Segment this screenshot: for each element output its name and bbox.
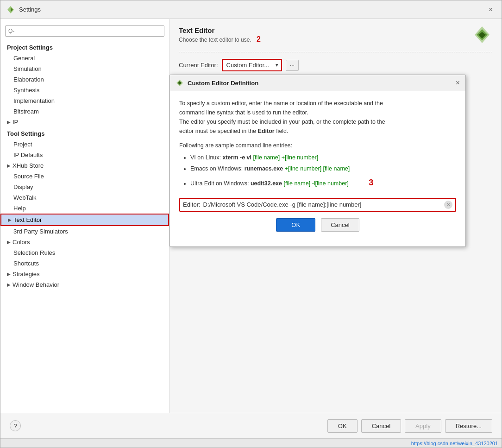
sidebar-item-source-file[interactable]: Source File — [0, 171, 169, 182]
search-input[interactable] — [8, 28, 161, 34]
project-settings-header: Project Settings — [0, 41, 169, 53]
sidebar-item-elaboration[interactable]: Elaboration — [0, 74, 169, 85]
app-icon — [6, 5, 15, 14]
dialog-title-left: Custom Editor Definition — [176, 79, 258, 87]
badge-3: 3 — [369, 178, 373, 187]
titlebar-left: Settings — [6, 5, 41, 14]
titlebar: Settings × — [0, 0, 502, 19]
dialog-footer: OK Cancel — [179, 218, 456, 239]
dialog-overlay: Custom Editor Definition × To specify a … — [169, 19, 502, 385]
editor-field-row: Editor: ✕ — [179, 198, 456, 212]
sidebar-item-implementation[interactable]: Implementation — [0, 95, 169, 106]
custom-editor-dialog: Custom Editor Definition × To specify a … — [169, 75, 466, 247]
tool-settings-header: Tool Settings — [0, 127, 169, 139]
dialog-close-button[interactable]: × — [456, 79, 460, 87]
ok-button[interactable]: OK — [327, 419, 358, 433]
sample-title: Following are sample command line entrie… — [179, 142, 456, 149]
editor-field-label: Editor: — [183, 201, 201, 208]
window-title: Settings — [19, 6, 41, 13]
sidebar-item-help[interactable]: Help — [0, 203, 169, 214]
sample-vi: VI on Linux: xterm -e vi [file name] +[l… — [190, 152, 456, 164]
sample-uedit: Ultra Edit on Windows: uedit32.exe [file… — [190, 175, 456, 190]
sidebar-item-bitstream[interactable]: Bitstream — [0, 106, 169, 117]
sidebar-item-webtalk[interactable]: WebTalk — [0, 192, 169, 203]
bottom-left: ? — [10, 420, 21, 431]
status-url: https://blog.csdn.net/weixin_43120201 — [411, 441, 498, 446]
dialog-ok-button[interactable]: OK — [276, 218, 315, 232]
window-behavior-arrow-icon: ▶ — [7, 282, 11, 287]
apply-button[interactable]: Apply — [405, 419, 441, 433]
search-box[interactable] — [5, 25, 164, 37]
main-content: Project Settings General Simulation Elab… — [0, 19, 502, 413]
sidebar-item-xhub[interactable]: ▶ XHub Store — [0, 160, 169, 171]
dialog-logo — [176, 79, 184, 87]
sidebar-item-ip-defaults[interactable]: IP Defaults — [0, 150, 169, 160]
sidebar-item-simulation[interactable]: Simulation — [0, 63, 169, 74]
dialog-title: Custom Editor Definition — [188, 80, 258, 87]
sidebar-item-project[interactable]: Project — [0, 139, 169, 150]
sample-emacs: Emacs on Windows: runemacs.exe +[line nu… — [190, 164, 456, 175]
settings-window: Settings × Project Settings General Simu… — [0, 0, 502, 448]
editor-clear-button[interactable]: ✕ — [444, 201, 452, 209]
bottom-bar: ? OK Cancel Apply Restore... — [0, 413, 502, 438]
sidebar-item-text-editor[interactable]: ▶ Text Editor — [0, 214, 169, 226]
editor-field-input[interactable] — [203, 201, 441, 208]
close-button[interactable]: × — [489, 6, 496, 13]
sidebar-item-strategies[interactable]: ▶ Strategies — [0, 269, 169, 279]
sample-list: VI on Linux: xterm -e vi [file name] +[l… — [179, 152, 456, 190]
dialog-body: To specify a custom editor, enter the na… — [170, 91, 465, 246]
sidebar-item-selection-rules[interactable]: Selection Rules — [0, 247, 169, 258]
sidebar-item-shortcuts[interactable]: Shortcuts — [0, 258, 169, 269]
sidebar: Project Settings General Simulation Elab… — [0, 19, 169, 413]
dialog-cancel-button[interactable]: Cancel — [321, 218, 359, 232]
bottom-right: OK Cancel Apply Restore... — [327, 419, 492, 433]
sidebar-item-window-behavior[interactable]: ▶ Window Behavior — [0, 279, 169, 290]
colors-arrow-icon: ▶ — [7, 240, 11, 245]
text-editor-arrow-icon: ▶ — [8, 217, 12, 222]
ip-arrow-icon: ▶ — [7, 120, 11, 125]
right-panel: Text Editor Choose the text editor to us… — [169, 19, 502, 413]
strategies-arrow-icon: ▶ — [7, 271, 11, 277]
sidebar-item-synthesis[interactable]: Synthesis — [0, 85, 169, 95]
restore-button[interactable]: Restore... — [445, 419, 492, 433]
sidebar-item-colors[interactable]: ▶ Colors — [0, 237, 169, 247]
status-bar: https://blog.csdn.net/weixin_43120201 — [0, 438, 502, 448]
dialog-description: To specify a custom editor, enter the na… — [179, 99, 456, 136]
cancel-button[interactable]: Cancel — [361, 419, 401, 433]
sidebar-item-display[interactable]: Display — [0, 182, 169, 192]
help-button[interactable]: ? — [10, 420, 21, 431]
sidebar-item-3rd-party[interactable]: 3rd Party Simulators — [0, 226, 169, 237]
xhub-arrow-icon: ▶ — [7, 163, 11, 168]
sidebar-item-general[interactable]: General — [0, 53, 169, 63]
dialog-titlebar: Custom Editor Definition × — [170, 75, 465, 91]
sidebar-item-ip[interactable]: ▶ IP — [0, 117, 169, 127]
